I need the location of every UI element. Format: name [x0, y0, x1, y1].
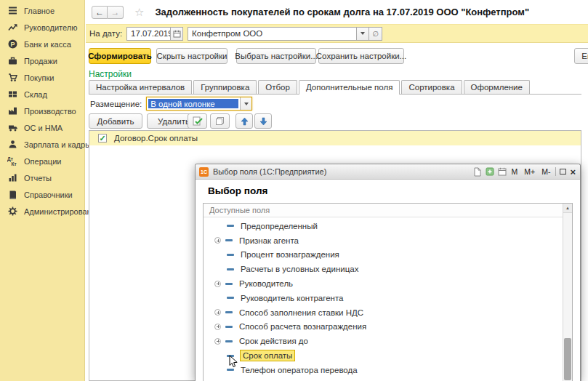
- move-up-button[interactable]: [235, 113, 253, 129]
- divider: [555, 167, 556, 176]
- check-icon: ✓: [99, 135, 105, 143]
- dialog-titlebar[interactable]: 1С Выбор поля (1С:Предприятие) М М+ М- ×: [196, 164, 580, 180]
- field-row[interactable]: ✓ Договор.Срок оплаты: [89, 131, 581, 145]
- uncheck-all-button[interactable]: [210, 113, 230, 129]
- maximize-button[interactable]: [560, 169, 566, 175]
- sidebar-item-glavnoe[interactable]: Главное: [0, 2, 84, 19]
- list-item-selected[interactable]: Срок оплаты: [204, 348, 562, 363]
- svg-text:P: P: [10, 41, 15, 48]
- field-attribute-icon: [227, 225, 234, 227]
- save-settings-button[interactable]: Сохранить настройки...: [318, 48, 404, 64]
- list-item[interactable]: Телефон оператора перевода: [204, 363, 562, 377]
- copy-cube-icon: [215, 116, 225, 126]
- field-attribute-icon: [225, 311, 233, 313]
- scrollbar-thumb[interactable]: [564, 338, 571, 380]
- expand-plus-icon[interactable]: [214, 324, 221, 330]
- calendar-icon: [173, 30, 181, 38]
- field-checkbox[interactable]: ✓: [98, 134, 107, 143]
- back-button[interactable]: ←: [92, 6, 108, 19]
- company-field-group: Конфетпром ООО ∅: [188, 27, 382, 41]
- calendar-picker-button[interactable]: [170, 27, 183, 41]
- expand-plus-icon[interactable]: [214, 338, 221, 345]
- list-item[interactable]: Руководитель: [204, 276, 562, 291]
- truck-icon: [7, 123, 19, 132]
- favorite-star-icon[interactable]: ☆: [134, 7, 144, 17]
- scrollbar[interactable]: ▲: [563, 204, 572, 381]
- arrow-up-icon: [241, 117, 249, 126]
- date-field-group: 17.07.2019: [126, 27, 183, 41]
- tab-gruppirovka[interactable]: Группировка: [193, 80, 257, 94]
- list-item[interactable]: Расчеты в условных единицах: [204, 262, 562, 276]
- list-item[interactable]: Процент вознаграждения: [204, 248, 562, 262]
- expand-plus-icon[interactable]: [214, 309, 221, 316]
- field-row-label: Договор.Срок оплаты: [114, 134, 198, 143]
- list-item[interactable]: Предопределенный: [204, 219, 562, 233]
- sidebar-item-prodazhi[interactable]: Продажи: [0, 52, 84, 69]
- sidebar-item-label: Склад: [24, 90, 47, 99]
- sidebar: Главное Руководителю P Банк и касса Прод…: [0, 0, 85, 381]
- expand-plus-icon[interactable]: [214, 281, 221, 287]
- list-item[interactable]: Способ заполнения ставки НДС: [204, 305, 562, 320]
- tab-sortirovka[interactable]: Сортировка: [401, 80, 462, 94]
- placement-dropdown-button[interactable]: [240, 97, 251, 110]
- list-item[interactable]: Способ расчета вознаграждения: [204, 320, 562, 334]
- generate-button[interactable]: Сформировать: [89, 48, 151, 64]
- available-fields-header: Доступные поля: [204, 204, 572, 217]
- fields-toolbar: Добавить Удалить: [86, 113, 588, 130]
- sidebar-item-bank-i-kassa[interactable]: P Банк и касса: [0, 36, 84, 52]
- save-page-icon[interactable]: [473, 167, 482, 177]
- placement-row: Размещение: В одной колонке: [90, 97, 252, 111]
- choose-settings-button[interactable]: Выбрать настройки...: [236, 48, 316, 64]
- placement-selected-value: В одной колонке: [148, 99, 238, 108]
- sidebar-item-os-i-nma[interactable]: ОС и НМА: [0, 119, 84, 136]
- sidebar-item-spravochniki[interactable]: Справочники: [0, 186, 84, 203]
- cart-icon: [7, 73, 19, 82]
- more-button[interactable]: Еще: [574, 48, 588, 64]
- placement-combobox[interactable]: В одной колонке: [146, 97, 252, 111]
- sidebar-item-rukovoditelyu[interactable]: Руководителю: [0, 19, 84, 36]
- get-link-icon[interactable]: [486, 167, 494, 176]
- company-input[interactable]: Конфетпром ООО: [188, 27, 356, 41]
- book-icon: [7, 190, 19, 199]
- sidebar-item-administrirovanie[interactable]: Администрирование: [0, 203, 84, 220]
- date-input[interactable]: 17.07.2019: [126, 27, 170, 41]
- filter-bar: На дату: 17.07.2019 Конфетпром ООО ∅: [86, 24, 588, 43]
- chevron-down-icon: [244, 103, 249, 105]
- list-item[interactable]: Срок действия до: [204, 334, 562, 348]
- sidebar-item-otchety[interactable]: Отчеты: [0, 169, 84, 186]
- hide-settings-button[interactable]: Скрыть настройки: [156, 48, 227, 64]
- add-field-button[interactable]: Добавить: [89, 113, 142, 129]
- sidebar-item-proizvodstvo[interactable]: Производство: [0, 103, 84, 119]
- arrow-down-icon: [259, 117, 267, 126]
- field-attribute-icon: [225, 283, 233, 285]
- sidebar-item-operacii[interactable]: ДтКт Операции: [0, 153, 84, 169]
- tab-oformlenie[interactable]: Оформление: [464, 80, 530, 94]
- tab-dopolnitelnye-polya[interactable]: Дополнительные поля: [299, 80, 400, 94]
- forward-arrow-icon: →: [111, 7, 120, 17]
- dialog-window-controls: М М+ М- ×: [473, 167, 576, 177]
- sidebar-item-zarplata-i-kadry[interactable]: Зарплата и кадры: [0, 136, 84, 153]
- scale-minus-button[interactable]: М-: [540, 167, 552, 176]
- settings-tabs: Настройка интервалов Группировка Отбор Д…: [89, 80, 581, 95]
- bar-chart-icon: [7, 173, 19, 183]
- tab-otbor[interactable]: Отбор: [258, 80, 297, 94]
- sidebar-item-pokupki[interactable]: Покупки: [0, 69, 84, 86]
- tab-nastroyka-intervalov[interactable]: Настройка интервалов: [89, 80, 192, 94]
- sidebar-item-sklad[interactable]: Склад: [0, 86, 84, 103]
- list-item[interactable]: Телефон оператора по приему платежей: [204, 377, 562, 381]
- list-item[interactable]: Признак агента: [204, 233, 562, 248]
- company-dropdown-button[interactable]: [356, 27, 369, 41]
- move-down-button[interactable]: [254, 113, 272, 129]
- close-button[interactable]: ×: [570, 167, 576, 177]
- forward-button[interactable]: →: [108, 6, 124, 19]
- check-all-button[interactable]: [188, 113, 207, 129]
- scale-normal-button[interactable]: М: [510, 167, 520, 176]
- scroll-up-button[interactable]: ▲: [563, 204, 572, 213]
- scale-plus-button[interactable]: М+: [523, 167, 536, 176]
- list-item[interactable]: Руководитель контрагента: [204, 291, 562, 305]
- company-link-button[interactable]: ∅: [369, 27, 382, 41]
- factory-icon: [7, 106, 19, 116]
- calendar-icon[interactable]: [498, 167, 507, 176]
- expand-plus-icon[interactable]: [214, 237, 221, 244]
- date-label: На дату:: [89, 29, 122, 38]
